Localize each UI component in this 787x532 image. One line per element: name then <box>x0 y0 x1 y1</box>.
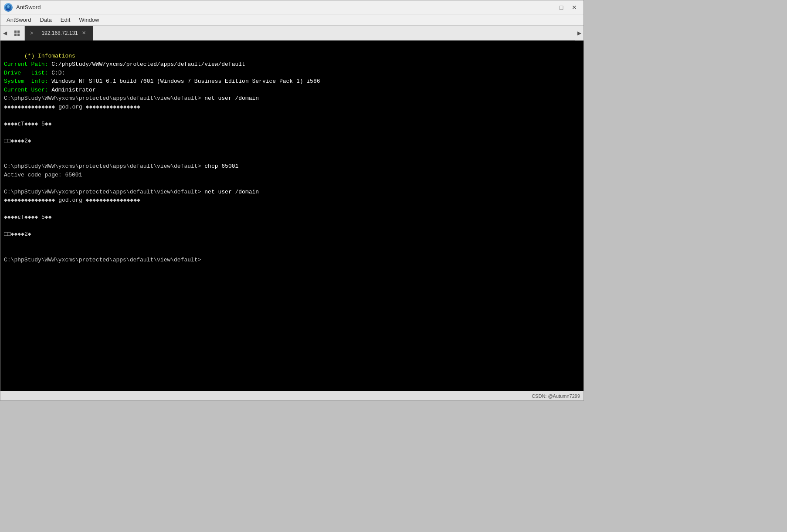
window-controls: — □ ✕ <box>543 3 580 12</box>
tab-prev-button[interactable]: ◀ <box>0 26 9 41</box>
close-button[interactable]: ✕ <box>569 3 580 12</box>
cmd-3: net user /domain <box>201 189 259 195</box>
output-3: □□◆◆◆◆2◆ <box>4 138 31 144</box>
tab-next-button[interactable]: ▶ <box>575 26 583 41</box>
prompt-1: C:\phpStudy\WWW\yxcms\protected\apps\def… <box>4 95 201 102</box>
tab-grid-button[interactable] <box>9 26 25 41</box>
tab-ip: 192.168.72.131 <box>41 30 78 36</box>
svg-point-1 <box>7 5 10 8</box>
svg-rect-5 <box>14 34 17 36</box>
menu-data[interactable]: Data <box>35 16 56 24</box>
menu-edit[interactable]: Edit <box>56 16 75 24</box>
cmd-2: chcp 65001 <box>201 163 238 169</box>
app-icon <box>4 3 13 12</box>
output-5: ◆◆◆◆◆◆◆◆◆◆◆◆◆◆◆ god.org ◆◆◆◆◆◆◆◆◆◆◆◆◆◆◆◆ <box>4 197 140 203</box>
terminal-tab[interactable]: >__ 192.168.72.131 ✕ <box>25 26 93 41</box>
prompt-2: C:\phpStudy\WWW\yxcms\protected\apps\def… <box>4 163 201 169</box>
status-bar: CSDN: @Autumn7299 <box>0 391 583 400</box>
system-label: System Info: <box>4 78 51 85</box>
terminal-content: (*) Infomations Current Path: C:/phpStud… <box>4 43 580 273</box>
output-6: ◆◆◆◆εT◆◆◆◆ 5◆◆ <box>4 214 51 220</box>
menu-antsword[interactable]: AntSword <box>2 16 35 24</box>
svg-rect-6 <box>17 34 20 36</box>
user-value: Administrator <box>51 87 95 93</box>
drive-value: C:D: <box>51 70 65 76</box>
tab-bar: ◀ >__ 192.168.72.131 ✕ ▶ <box>0 26 583 41</box>
minimize-button[interactable]: — <box>543 3 554 12</box>
menu-window[interactable]: Window <box>75 16 103 24</box>
title-bar-left: AntSword <box>4 3 41 12</box>
title-bar: AntSword — □ ✕ <box>0 0 583 14</box>
info-header: (*) Infomations <box>24 53 75 59</box>
output-4: Active code page: 65001 <box>4 172 82 178</box>
drive-label: Drive List: <box>4 70 51 76</box>
current-path-value: C:/phpStudy/WWW/yxcms/protected/apps/def… <box>51 61 245 68</box>
app-title: AntSword <box>16 4 41 10</box>
menu-bar: AntSword Data Edit Window <box>0 14 583 26</box>
status-text: CSDN: @Autumn7299 <box>532 393 580 399</box>
svg-point-2 <box>6 9 10 10</box>
output-1: ◆◆◆◆◆◆◆◆◆◆◆◆◆◆◆ god.org ◆◆◆◆◆◆◆◆◆◆◆◆◆◆◆◆ <box>4 104 140 110</box>
user-label: Current User: <box>4 87 51 93</box>
output-7: □□◆◆◆◆2◆ <box>4 231 31 237</box>
maximize-button[interactable]: □ <box>556 3 567 12</box>
current-path-label: Current Path: <box>4 61 51 68</box>
output-2: ◆◆◆◆εT◆◆◆◆ 5◆◆ <box>4 121 51 127</box>
cmd-1: net user /domain <box>201 95 259 102</box>
svg-rect-4 <box>17 30 20 33</box>
prompt-3: C:\phpStudy\WWW\yxcms\protected\apps\def… <box>4 189 201 195</box>
grid-icon <box>14 30 20 36</box>
terminal[interactable]: (*) Infomations Current Path: C:/phpStud… <box>0 41 583 391</box>
tab-prefix: >__ <box>30 30 39 36</box>
prompt-4: C:\phpStudy\WWW\yxcms\protected\apps\def… <box>4 257 201 263</box>
svg-rect-3 <box>14 30 17 33</box>
main-window: AntSword — □ ✕ AntSword Data Edit Window… <box>0 0 584 401</box>
system-value: Windows NT STU1 6.1 build 7601 (Windows … <box>51 78 320 85</box>
tab-close-button[interactable]: ✕ <box>81 30 88 37</box>
